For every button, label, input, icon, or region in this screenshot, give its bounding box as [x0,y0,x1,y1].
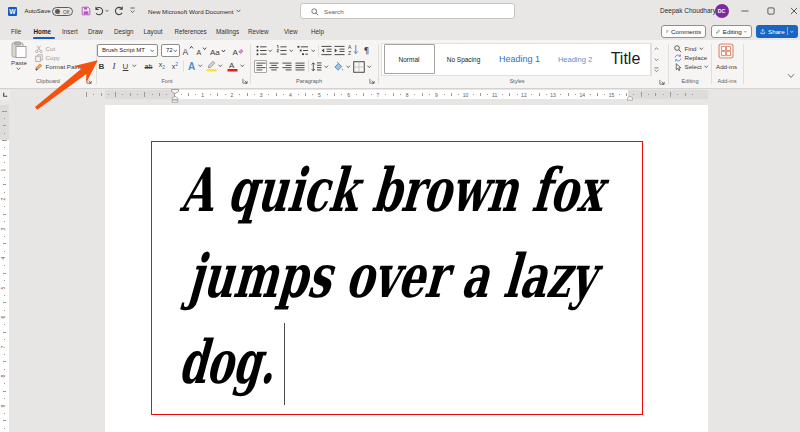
user-name[interactable]: Deepak Choudhary [660,7,716,14]
tab-layout[interactable]: Layout [144,28,163,35]
style-no-spacing[interactable]: No Spacing [437,44,490,74]
paste-chevron-icon[interactable] [16,67,21,71]
numbering-chevron-icon[interactable] [289,49,294,53]
editing-mode-button[interactable]: Editing [711,25,752,38]
bullets-button[interactable] [256,45,267,56]
borders-button[interactable] [353,61,365,73]
styles-scroll-down-button[interactable] [652,55,661,65]
highlight-chevron-icon[interactable] [218,64,223,68]
tab-file[interactable]: File [11,28,21,35]
font-color-chevron-icon[interactable] [240,64,245,68]
align-left-button[interactable] [256,62,266,72]
font-name-combo[interactable]: Brush Script MT [97,44,158,58]
document-title-chevron-icon[interactable] [236,9,241,13]
clear-formatting-button[interactable]: A [232,45,244,56]
shading-button[interactable] [333,61,344,73]
text-effects-chevron-icon[interactable] [198,64,203,68]
font-size-chevron-icon[interactable] [173,49,181,53]
font-name-chevron-icon[interactable] [150,49,158,53]
align-right-button[interactable] [282,62,292,72]
style-heading-1[interactable]: Heading 1 [492,44,547,74]
highlight-button[interactable] [206,59,217,72]
align-center-button[interactable] [269,62,279,72]
search-input[interactable]: Search [300,3,515,19]
text-effects-button[interactable]: A [186,59,197,73]
grow-font-button[interactable]: A [182,45,194,56]
comments-button[interactable]: Comments [661,25,706,38]
tab-view[interactable]: View [284,28,298,35]
maximize-button[interactable] [764,4,778,18]
justify-button[interactable] [295,62,305,72]
tab-design[interactable]: Design [114,28,134,35]
select-button[interactable]: Select [674,63,709,71]
tab-insert[interactable]: Insert [62,28,78,35]
hanging-indent-marker[interactable] [171,96,179,103]
tab-help[interactable]: Help [311,28,324,35]
cut-button[interactable]: Cut [35,45,55,53]
tab-review[interactable]: Review [248,28,269,35]
underline-chevron-icon[interactable] [132,64,137,68]
format-painter-button[interactable]: Format Painter [35,63,86,71]
undo-button[interactable] [94,6,104,16]
replace-button[interactable]: Replace [674,54,707,62]
multilevel-chevron-icon[interactable] [311,49,316,53]
numbering-button[interactable] [276,45,287,56]
autosave-toggle[interactable]: Off [52,7,73,17]
close-button[interactable] [787,4,800,18]
share-button[interactable]: Share [756,25,798,38]
tab-home[interactable]: Home [34,28,52,35]
styles-dialog-launcher[interactable] [659,79,665,85]
copy-button[interactable]: Copy [35,54,60,62]
tab-mailings[interactable]: Mailings [216,28,239,35]
line-spacing-chevron-icon[interactable] [324,65,329,69]
increase-indent-button[interactable] [334,45,345,56]
styles-gallery-more-button[interactable] [652,65,661,75]
horizontal-ruler[interactable]: 123456789101112131415 [0,90,800,100]
right-indent-marker[interactable] [626,96,634,101]
change-case-button[interactable]: Aa [210,45,226,56]
font-color-button[interactable]: A [227,59,238,72]
collapse-ribbon-chevron-icon[interactable] [787,73,795,79]
multilevel-list-button[interactable] [297,45,309,56]
italic-button[interactable]: I [110,60,118,73]
font-dialog-launcher[interactable] [242,78,248,84]
superscript-button[interactable]: x2 [170,60,180,73]
tab-references[interactable]: References [175,28,207,35]
clipboard-dialog-launcher[interactable] [86,78,92,84]
first-line-indent-marker[interactable] [171,89,179,94]
paste-button[interactable] [11,41,27,58]
find-button[interactable]: Find [674,45,704,53]
strikethrough-button[interactable]: ab [142,60,155,73]
avatar[interactable]: DC [715,4,729,18]
font-size-combo[interactable]: 72 [161,44,180,58]
line-spacing-button[interactable] [311,62,322,72]
bold-button[interactable]: B [97,60,106,73]
minimize-button[interactable] [738,4,752,18]
tab-draw[interactable]: Draw [88,28,103,35]
add-ins-button[interactable] [718,43,734,59]
quick-access-more-icon[interactable] [130,7,135,14]
document-textbox[interactable]: A quick brown fox jumps over a lazy dog. [151,141,643,415]
document-title[interactable]: New Microsoft Word Document [148,8,234,15]
style-normal[interactable]: Normal [384,44,435,74]
vertical-ruler[interactable]: 123456789 [0,89,10,432]
sort-button[interactable]: AZ [348,44,359,56]
show-formatting-button[interactable]: ¶ [362,45,371,57]
redo-button[interactable] [114,6,124,16]
undo-dropdown-chevron[interactable] [105,9,109,13]
save-button[interactable] [81,6,91,16]
borders-chevron-icon[interactable] [367,65,372,69]
underline-button[interactable]: U [121,60,130,73]
add-ins-label[interactable]: Add-ins [712,63,741,70]
styles-scroll-up-button[interactable] [652,44,661,54]
shrink-font-button[interactable]: A [196,46,207,56]
shading-chevron-icon[interactable] [346,65,351,69]
style-title[interactable]: Title [602,44,649,74]
paste-label[interactable]: Paste [7,59,31,66]
paragraph-dialog-launcher[interactable] [369,78,375,84]
style-heading-2[interactable]: Heading 2 [549,44,601,74]
tab-stop-selector[interactable] [0,90,10,100]
subscript-button[interactable]: x2 [157,60,167,73]
bullets-chevron-icon[interactable] [268,49,273,53]
decrease-indent-button[interactable] [321,45,332,56]
